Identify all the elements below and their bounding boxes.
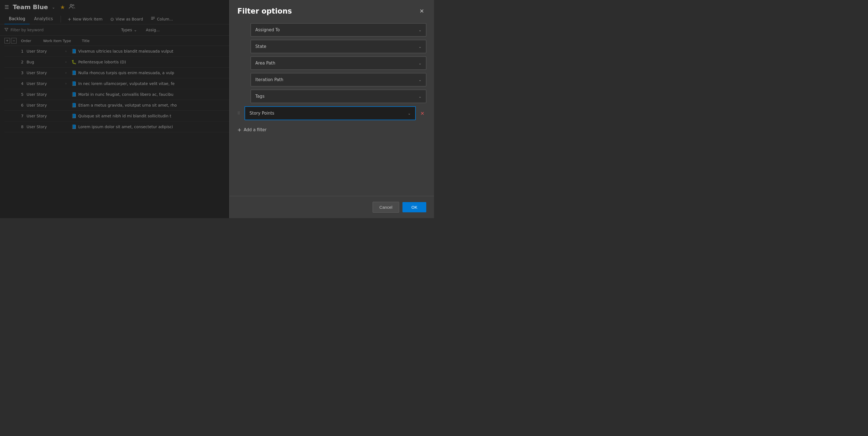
story-points-filter-field: ⠿ Story Points ⌄ ✕ <box>237 106 426 120</box>
add-filter-button[interactable]: + Add a filter <box>237 123 426 136</box>
dialog-title: Filter options <box>237 7 292 15</box>
area-path-dropdown[interactable]: Area Path ⌄ <box>251 56 426 70</box>
filter-options-dialog: Filter options ✕ Assigned To ⌄ State ⌄ <box>229 0 434 218</box>
story-points-dropdown[interactable]: Story Points ⌄ <box>245 106 416 120</box>
assigned-to-chevron-icon: ⌄ <box>418 28 422 32</box>
state-chevron-icon: ⌄ <box>418 45 422 49</box>
remove-story-points-button[interactable]: ✕ <box>418 109 426 117</box>
story-points-chevron-icon: ⌄ <box>408 111 411 115</box>
cancel-button[interactable]: Cancel <box>373 202 399 212</box>
tags-dropdown[interactable]: Tags ⌄ <box>251 90 426 103</box>
tags-chevron-icon: ⌄ <box>418 94 422 98</box>
dialog-body: Assigned To ⌄ State ⌄ Area Path ⌄ Iterat… <box>229 21 434 196</box>
state-dropdown[interactable]: State ⌄ <box>251 40 426 53</box>
iteration-path-chevron-icon: ⌄ <box>418 78 422 82</box>
area-path-chevron-icon: ⌄ <box>418 61 422 65</box>
close-dialog-button[interactable]: ✕ <box>417 7 426 16</box>
state-filter-field: State ⌄ <box>237 40 426 53</box>
add-filter-plus-icon: + <box>237 127 242 133</box>
iteration-path-filter-field: Iteration Path ⌄ <box>237 73 426 86</box>
dialog-footer: Cancel OK <box>229 196 434 218</box>
tags-filter-field: Tags ⌄ <box>237 90 426 103</box>
assigned-to-dropdown[interactable]: Assigned To ⌄ <box>251 23 426 36</box>
area-path-filter-field: Area Path ⌄ <box>237 56 426 70</box>
dialog-header: Filter options ✕ <box>229 0 434 21</box>
assigned-to-filter-field: Assigned To ⌄ <box>237 23 426 36</box>
drag-handle-icon[interactable]: ⠿ <box>237 111 242 115</box>
iteration-path-dropdown[interactable]: Iteration Path ⌄ <box>251 73 426 86</box>
ok-button[interactable]: OK <box>402 202 426 212</box>
